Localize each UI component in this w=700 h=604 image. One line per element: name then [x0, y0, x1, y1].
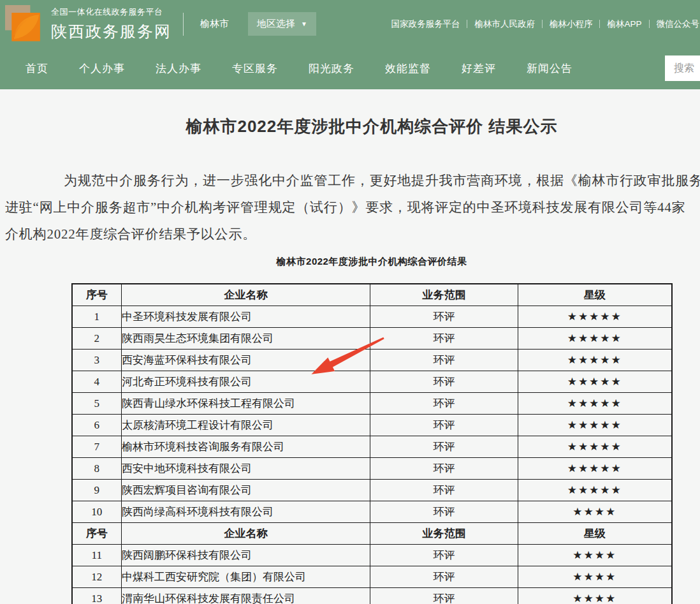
- col-header-name: 企业名称: [122, 284, 370, 306]
- chevron-down-icon: ▼: [301, 21, 307, 27]
- business-scope: 环评: [370, 393, 518, 415]
- table-row: 3 西安海蓝环保科技有限公司 环评 ★★★★★: [72, 350, 672, 371]
- company-name: 陕西雨昊生态环境集团有限公司: [122, 328, 370, 350]
- col-header-scope: 业务范围: [370, 284, 518, 306]
- star-rating: ★★★★★: [518, 371, 672, 393]
- company-name: 渭南华山环保科技发展有限责任公司: [122, 588, 370, 604]
- table-row: 7 榆林市环境科技咨询服务有限公司 环评 ★★★★★: [72, 436, 672, 458]
- row-no: 9: [72, 480, 122, 501]
- star-rating: ★★★★★: [518, 415, 672, 436]
- table-row: 2 陕西雨昊生态环境集团有限公司 环评 ★★★★★: [72, 328, 672, 350]
- site-header: 全国一体化在线政务服务平台 陕西政务服务网 榆林市 地区选择 ▼ 国家政务服务平…: [0, 0, 700, 48]
- star-rating: ★★★★: [518, 588, 672, 604]
- row-no: 2: [72, 328, 122, 350]
- link-mini-program[interactable]: 榆林小程序: [550, 18, 593, 30]
- business-scope: 环评: [370, 436, 518, 458]
- divider: [649, 20, 650, 28]
- link-city-government[interactable]: 榆林市人民政府: [474, 18, 535, 30]
- announcement-article: 榆林市2022年度涉批中介机构综合评价 结果公示 为规范中介服务行为，进一步强化…: [5, 115, 700, 604]
- star-rating: ★★★★: [518, 501, 672, 523]
- current-city-label: 榆林市: [200, 18, 229, 30]
- nav-item-zone-services[interactable]: 专区服务: [232, 61, 278, 76]
- table-row: 11 陕西阔鹏环保科技有限公司 环评 ★★★★: [72, 545, 672, 566]
- nav-item-home[interactable]: 首页: [26, 61, 48, 76]
- company-name: 中煤科工西安研究院（集团）有限公司: [122, 566, 370, 588]
- table-header-row: 序号 企业名称 业务范围 星级: [72, 284, 672, 306]
- company-name: 西安中地环境科技有限公司: [122, 458, 370, 480]
- business-scope: 环评: [370, 545, 518, 566]
- evaluation-results-table: 序号 企业名称 业务范围 星级 1 中圣环境科技发展有限公司 环评 ★★★★★ …: [71, 283, 673, 604]
- star-rating: ★★★★★: [518, 350, 672, 371]
- col-header-scope: 业务范围: [370, 523, 518, 545]
- link-app[interactable]: 榆林APP: [607, 18, 641, 30]
- table-row: 8 西安中地环境科技有限公司 环评 ★★★★★: [72, 458, 672, 480]
- platform-label: 全国一体化在线政务服务平台: [51, 6, 171, 18]
- site-logo-icon[interactable]: [5, 5, 43, 43]
- nav-item-news[interactable]: 新闻公告: [527, 61, 572, 76]
- table-row: 6 太原核清环境工程设计有限公司 环评 ★★★★★: [72, 415, 672, 436]
- business-scope: 环评: [370, 458, 518, 480]
- business-scope: 环评: [370, 328, 518, 350]
- site-brand[interactable]: 全国一体化在线政务服务平台 陕西政务服务网: [51, 6, 171, 42]
- row-no: 13: [72, 588, 122, 604]
- link-wechat-official[interactable]: 微信公众号: [657, 18, 700, 30]
- company-name: 陕西尚绿高科环境科技有限公司: [122, 501, 370, 523]
- business-scope: 环评: [370, 371, 518, 393]
- star-rating: ★★★★★: [518, 306, 672, 328]
- page: { "header": { "platform_label": "全国一体化在线…: [0, 0, 700, 604]
- divider: [599, 20, 600, 28]
- site-name: 陕西政务服务网: [51, 21, 171, 42]
- nav-item-personal[interactable]: 个人办事: [79, 61, 125, 76]
- table-row: 9 陕西宏辉项目咨询有限公司 环评 ★★★★★: [72, 480, 672, 501]
- region-selector-button[interactable]: 地区选择 ▼: [248, 12, 316, 36]
- company-name: 太原核清环境工程设计有限公司: [122, 415, 370, 436]
- table-header-row-repeat: 序号 企业名称 业务范围 星级: [72, 523, 672, 545]
- row-no: 12: [72, 566, 122, 588]
- table-caption: 榆林市2022年度涉批中介机构综合评价结果: [5, 256, 700, 268]
- star-rating: ★★★★: [518, 545, 672, 566]
- nav-item-legal-entity[interactable]: 法人办事: [156, 61, 201, 76]
- table-row: 5 陕西青山绿水环保科技工程有限公司 环评 ★★★★★: [72, 393, 672, 415]
- table-row: 13 渭南华山环保科技发展有限责任公司 环评 ★★★★: [72, 588, 672, 604]
- page-title: 榆林市2022年度涉批中介机构综合评价 结果公示: [5, 115, 700, 138]
- company-name: 陕西阔鹏环保科技有限公司: [122, 545, 370, 566]
- row-no: 11: [72, 545, 122, 566]
- business-scope: 环评: [370, 501, 518, 523]
- col-header-stars: 星级: [518, 284, 672, 306]
- row-no: 7: [72, 436, 122, 458]
- row-no: 3: [72, 350, 122, 371]
- star-rating: ★★★★★: [518, 328, 672, 350]
- nav-item-transparent-gov[interactable]: 阳光政务: [309, 61, 354, 76]
- divider: [183, 13, 184, 36]
- row-no: 1: [72, 306, 122, 328]
- company-name: 陕西青山绿水环保科技工程有限公司: [122, 393, 370, 415]
- col-header-no: 序号: [72, 284, 122, 306]
- star-rating: ★★★★★: [518, 393, 672, 415]
- company-name: 中圣环境科技发展有限公司: [122, 306, 370, 328]
- company-name: 河北奇正环境科技有限公司: [122, 371, 370, 393]
- nav-item-efficiency-supervision[interactable]: 效能监督: [385, 61, 431, 76]
- business-scope: 环评: [370, 588, 518, 604]
- business-scope: 环评: [370, 480, 518, 501]
- table-row-highlighted: 4 河北奇正环境科技有限公司 环评 ★★★★★: [72, 371, 672, 393]
- business-scope: 环评: [370, 415, 518, 436]
- row-no: 10: [72, 501, 122, 523]
- star-rating: ★★★★: [518, 566, 672, 588]
- col-header-name: 企业名称: [122, 523, 370, 545]
- search-input[interactable]: [665, 55, 700, 81]
- link-national-platform[interactable]: 国家政务服务平台: [391, 18, 460, 30]
- row-no: 8: [72, 458, 122, 480]
- region-selector-label: 地区选择: [257, 18, 295, 30]
- divider: [467, 20, 467, 28]
- business-scope: 环评: [370, 306, 518, 328]
- business-scope: 环评: [370, 350, 518, 371]
- business-scope: 环评: [370, 566, 518, 588]
- col-header-stars: 星级: [518, 523, 672, 545]
- row-no: 5: [72, 393, 122, 415]
- table-row: 10 陕西尚绿高科环境科技有限公司 环评 ★★★★: [72, 501, 672, 523]
- paragraph-line: 为规范中介服务行为，进一步强化中介监管工作，更好地提升我市营商环境，根据《榆林市…: [5, 167, 700, 194]
- company-name: 陕西宏辉项目咨询有限公司: [122, 480, 370, 501]
- announcement-paragraph: 为规范中介服务行为，进一步强化中介监管工作，更好地提升我市营商环境，根据《榆林市…: [5, 167, 700, 247]
- table-row: 1 中圣环境科技发展有限公司 环评 ★★★★★: [72, 306, 672, 328]
- nav-item-rating[interactable]: 好差评: [462, 61, 496, 76]
